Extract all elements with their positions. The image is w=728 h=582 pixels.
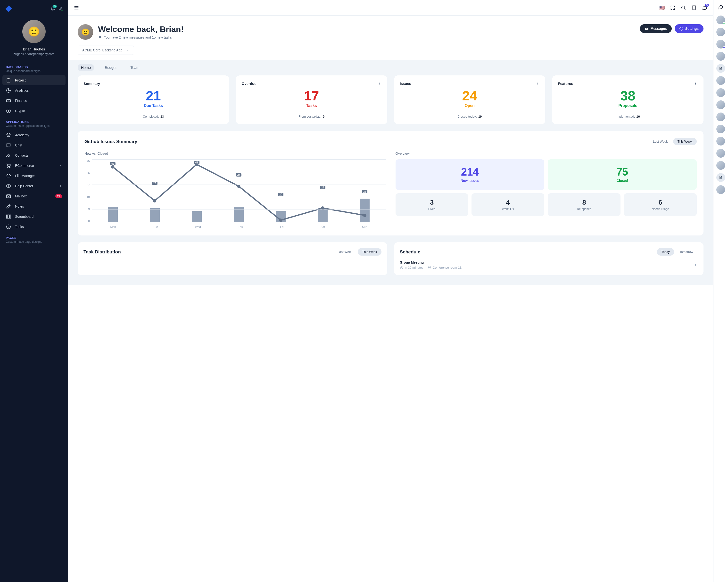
contact-avatar[interactable]	[717, 52, 725, 61]
profile-name: Brian Hughes	[5, 47, 63, 51]
schedule-item-open[interactable]	[693, 263, 698, 267]
svg-point-18	[221, 83, 221, 84]
contact-avatar[interactable]: M	[717, 173, 725, 182]
stat-menu-button[interactable]	[377, 81, 382, 86]
contact-avatar[interactable]	[717, 28, 725, 36]
stat-footer: Completed:13	[83, 115, 223, 118]
sidebar-item-contacts[interactable]: Contacts	[2, 150, 66, 161]
contact-avatar[interactable]	[717, 88, 725, 97]
contact-avatar[interactable]	[717, 137, 725, 145]
sidebar-item-project[interactable]: Project	[2, 75, 66, 85]
check-icon	[6, 224, 11, 229]
stat-menu-button[interactable]	[693, 81, 698, 86]
stat-label: Proposals	[558, 104, 698, 108]
cloud-icon	[6, 173, 11, 178]
topbar: 🇺🇸 5	[68, 0, 713, 16]
schedule-filter-tomorrow[interactable]: Tomorrow	[675, 248, 698, 256]
chat-icon	[6, 143, 11, 148]
sidebar-item-academy[interactable]: Academy	[2, 130, 66, 140]
contact-avatar[interactable]	[717, 161, 725, 170]
mail-icon	[6, 194, 11, 199]
sidebar-item-label: Mailbox	[15, 194, 55, 198]
sidebar-item-finance[interactable]: Finance	[2, 95, 66, 106]
stat-menu-button[interactable]	[219, 81, 223, 86]
fullscreen-button[interactable]	[670, 5, 675, 10]
sidebar-section-subtitle: Custom made page designs	[6, 240, 62, 244]
chat-panel-button[interactable]	[718, 4, 723, 12]
contact-avatar[interactable]	[717, 113, 725, 121]
bell-icon	[98, 35, 102, 39]
overview-won-t-fix: 4Won't Fix	[471, 193, 544, 216]
notifications-button[interactable]: 3	[50, 6, 55, 11]
svg-point-2	[8, 100, 9, 101]
status-dot	[61, 9, 63, 11]
svg-point-27	[695, 83, 696, 84]
sidebar-item-scrumboard[interactable]: Scrumboard	[2, 212, 66, 222]
overview-re-opened: 8Re-opened	[548, 193, 621, 216]
svg-rect-13	[10, 215, 11, 219]
status-dot	[723, 46, 725, 49]
bookmarks-button[interactable]	[691, 5, 697, 10]
task-dist-title: Task Distribution	[83, 249, 121, 255]
schedule-filter-today[interactable]: Today	[657, 248, 674, 256]
svg-point-28	[695, 84, 696, 85]
contact-avatar[interactable]	[717, 16, 725, 24]
taskdist-filter-this-week[interactable]: This Week	[358, 248, 381, 256]
contact-avatar[interactable]: M	[717, 64, 725, 73]
sidebar-item-notes[interactable]: Notes	[2, 201, 66, 212]
clock-icon	[400, 266, 403, 270]
logo-icon	[5, 5, 12, 12]
contact-avatar[interactable]	[717, 124, 725, 133]
sidebar-item-ecommerce[interactable]: ECommerce	[2, 161, 66, 171]
stat-title: Features	[558, 82, 573, 86]
sidebar: 3 🙂 Brian Hughes hughes.brian@company.co…	[0, 0, 68, 582]
stat-menu-button[interactable]	[535, 81, 540, 86]
svg-point-34	[321, 206, 324, 210]
sidebar-item-crypto[interactable]: Crypto	[2, 106, 66, 116]
settings-action-button[interactable]: Settings	[675, 24, 703, 33]
stat-label: Due Tasks	[83, 104, 223, 108]
sidebar-item-tasks[interactable]: Tasks	[2, 222, 66, 232]
status-dot	[723, 22, 725, 24]
messages-action-button[interactable]: Messages	[640, 24, 672, 33]
svg-point-9	[8, 185, 9, 187]
sidebar-item-label: ECommerce	[15, 164, 59, 168]
tab-home[interactable]: Home	[78, 64, 94, 71]
sidebar-item-mailbox[interactable]: Mailbox 27	[2, 191, 66, 201]
stat-value: 21	[83, 89, 223, 103]
svg-point-14	[6, 225, 11, 229]
clipboard-icon	[6, 78, 11, 83]
taskdist-filter-last-week[interactable]: Last Week	[333, 248, 357, 256]
sidebar-user-button[interactable]	[58, 6, 63, 11]
sidebar-item-label: Chat	[15, 143, 62, 147]
schedule-title: Schedule	[400, 249, 420, 255]
stat-card-features: Features 38 Proposals Implemented:16	[552, 76, 703, 124]
contact-avatar[interactable]	[717, 185, 725, 194]
sidebar-item-label: Crypto	[15, 109, 62, 113]
project-selector[interactable]: ACME Corp. Backend App	[78, 46, 134, 55]
sidebar-item-chat[interactable]: Chat	[2, 140, 66, 150]
contact-avatar[interactable]	[717, 149, 725, 158]
language-flag[interactable]: 🇺🇸	[659, 5, 665, 10]
search-button[interactable]	[681, 5, 686, 10]
contact-avatar[interactable]	[717, 101, 725, 109]
stat-value: 38	[558, 89, 698, 103]
github-filter-last-week[interactable]: Last Week	[649, 138, 672, 145]
svg-point-26	[695, 82, 696, 82]
contact-avatar[interactable]	[717, 40, 725, 49]
chevron-right-icon	[59, 164, 62, 167]
tab-budget[interactable]: Budget	[101, 64, 120, 71]
menu-toggle-button[interactable]	[74, 5, 79, 10]
svg-point-23	[537, 82, 538, 82]
sidebar-item-help-center[interactable]: Help Center	[2, 181, 66, 191]
messages-button[interactable]: 5	[702, 5, 707, 10]
sidebar-item-file-manager[interactable]: File Manager	[2, 171, 66, 181]
github-filter-this-week[interactable]: This Week	[673, 138, 697, 145]
contact-avatar[interactable]	[717, 76, 725, 85]
sidebar-section-title: DASHBOARDS	[6, 65, 62, 69]
academic-icon	[6, 132, 11, 138]
dollar-circle-icon	[6, 108, 11, 113]
tab-team[interactable]: Team	[127, 64, 143, 71]
sidebar-item-analytics[interactable]: Analytics	[2, 85, 66, 95]
stat-label: Tasks	[242, 104, 382, 108]
